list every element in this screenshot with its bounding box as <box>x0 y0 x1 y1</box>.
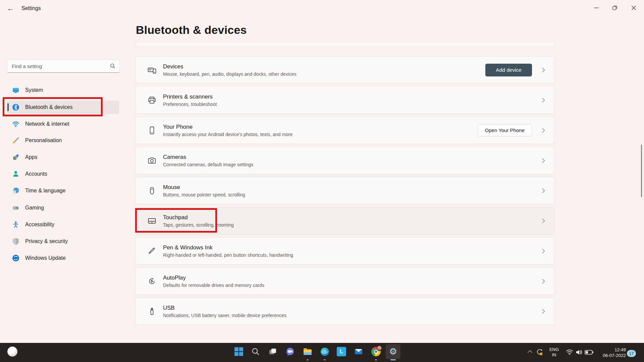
mail-button[interactable] <box>351 344 366 359</box>
sidebar-item-personalisation[interactable]: Personalisation <box>7 134 119 147</box>
page-title: Bluetooth & devices <box>136 23 247 37</box>
back-button[interactable]: ← <box>5 3 16 13</box>
card-title: Cameras <box>163 154 541 161</box>
sidebar-item-label: Time & language <box>25 188 65 194</box>
accessibility-icon <box>12 221 19 228</box>
card-subtitle: Instantly access your Android device's p… <box>163 131 478 137</box>
bluetooth-icon <box>12 104 19 111</box>
pen-icon <box>148 247 156 255</box>
window-title: Settings <box>21 5 41 11</box>
chevron-up-icon <box>528 350 532 355</box>
card-title: Touchpad <box>163 214 541 221</box>
sidebar-item-label: Accessibility <box>25 222 54 228</box>
restore-icon <box>612 5 617 10</box>
chat-button[interactable] <box>283 344 298 359</box>
card-title: AutoPlay <box>163 274 541 281</box>
card-subtitle: Connected cameras, default image setting… <box>163 162 541 168</box>
chrome-button[interactable] <box>369 344 383 359</box>
sidebar-item-privacy-security[interactable]: Privacy & security <box>7 235 119 248</box>
card-pen-windows-ink[interactable]: Pen & Windows Ink Right-handed or left-h… <box>136 237 554 264</box>
edge-icon <box>320 347 330 357</box>
minimize-icon <box>594 6 599 10</box>
card-subtitle: Notifications, USB battery saver, mobile… <box>163 312 541 318</box>
card-cameras[interactable]: Cameras Connected cameras, default image… <box>136 147 554 174</box>
sidebar-item-label: Personalisation <box>25 137 62 143</box>
sidebar-item-label: Windows Update <box>25 255 66 261</box>
sidebar-item-label: Accounts <box>25 171 47 177</box>
add-device-button[interactable]: Add device <box>485 64 532 76</box>
settings-gear-icon: ⚙ <box>388 347 398 357</box>
minimize-button[interactable] <box>589 0 604 15</box>
l-app-button[interactable]: L <box>334 344 349 359</box>
edge-button[interactable] <box>317 344 332 359</box>
sidebar-item-apps[interactable]: Apps <box>7 150 119 164</box>
gaming-icon <box>12 204 19 212</box>
search-input[interactable] <box>7 63 110 69</box>
notification-count-badge[interactable]: 17 <box>627 350 636 357</box>
language-indicator[interactable]: ENG IN <box>547 347 561 358</box>
sidebar-item-system[interactable]: System <box>7 83 119 97</box>
network-icon <box>12 120 19 128</box>
sidebar-item-label: Gaming <box>25 205 44 211</box>
sync-tray-button[interactable] <box>535 348 544 357</box>
language-line2: IN <box>547 352 561 358</box>
mail-icon <box>354 347 363 356</box>
card-autoplay[interactable]: AutoPlay Defaults for removable drives a… <box>136 267 554 295</box>
sidebar-item-accounts[interactable]: Accounts <box>7 167 119 181</box>
clock[interactable]: 12:49 06-07-2022 <box>590 347 626 358</box>
sidebar-item-windows-update[interactable]: Windows Update <box>7 251 119 265</box>
chrome-icon <box>371 347 381 357</box>
volume-tray-button[interactable] <box>575 349 584 356</box>
camera-icon <box>148 156 156 165</box>
start-icon <box>234 347 243 356</box>
chevron-right-icon <box>540 98 545 102</box>
card-subtitle: Right-handed or left-handed, pen button … <box>163 252 541 258</box>
sidebar-item-network-internet[interactable]: Network & internet <box>7 117 119 131</box>
file-explorer-button[interactable] <box>300 344 315 359</box>
devices-icon <box>148 66 156 74</box>
profile-avatar <box>377 346 382 351</box>
sidebar-item-accessibility[interactable]: Accessibility <box>7 218 119 231</box>
start-button[interactable] <box>231 344 246 359</box>
card-printers-scanners[interactable]: Printers & scanners Preferences, trouble… <box>136 86 554 114</box>
running-indicator <box>324 359 326 360</box>
hidden-icons-button[interactable] <box>527 349 533 356</box>
wifi-tray-button[interactable] <box>566 349 574 356</box>
chevron-right-icon <box>540 128 545 132</box>
apps-icon <box>12 154 19 161</box>
taskbar-search-button[interactable] <box>248 344 263 359</box>
sidebar-item-gaming[interactable]: Gaming <box>7 201 119 215</box>
windows-update-icon <box>12 254 19 262</box>
browser-logo-icon[interactable] <box>7 347 17 357</box>
sidebar-item-label: Bluetooth & devices <box>25 104 72 110</box>
open-your-phone-button[interactable]: Open Your Phone <box>478 124 532 136</box>
printer-icon <box>148 96 156 105</box>
l-app-icon: L <box>337 347 346 356</box>
task-view-icon <box>268 347 277 356</box>
task-view-button[interactable] <box>265 344 280 359</box>
card-devices[interactable]: Devices Mouse, keyboard, pen, audio, dis… <box>136 56 554 83</box>
time-text: 12:49 <box>590 347 626 353</box>
card-subtitle: Preferences, troubleshoot <box>163 101 541 107</box>
chevron-right-icon <box>540 158 545 163</box>
chevron-right-icon <box>540 279 545 283</box>
sidebar-item-bluetooth-devices[interactable]: Bluetooth & devices <box>7 101 119 114</box>
card-title: Pen & Windows Ink <box>163 244 541 251</box>
card-your-phone[interactable]: Your Phone Instantly access your Android… <box>136 117 554 144</box>
close-button[interactable] <box>626 0 641 15</box>
settings-window: ← Settings System Bluetooth & devices <box>0 0 644 362</box>
scrollbar-thumb[interactable] <box>641 144 642 197</box>
card-subtitle: Buttons, mouse pointer speed, scrolling <box>163 192 541 198</box>
sidebar-item-label: Privacy & security <box>25 238 68 244</box>
card-usb[interactable]: USB Notifications, USB battery saver, mo… <box>136 298 554 325</box>
restore-button[interactable] <box>607 0 623 15</box>
card-mouse[interactable]: Mouse Buttons, mouse pointer speed, scro… <box>136 177 554 204</box>
search-icon <box>110 63 115 69</box>
card-touchpad[interactable]: Touchpad Taps, gestures, scrolling, zoom… <box>136 207 554 234</box>
active-app-indicator <box>390 359 396 360</box>
search-icon <box>251 347 260 356</box>
phone-icon <box>148 126 156 135</box>
search-box[interactable] <box>7 59 120 73</box>
settings-taskbar-button[interactable]: ⚙ <box>386 344 400 359</box>
sidebar-item-time-language[interactable]: Time & language <box>7 184 119 197</box>
